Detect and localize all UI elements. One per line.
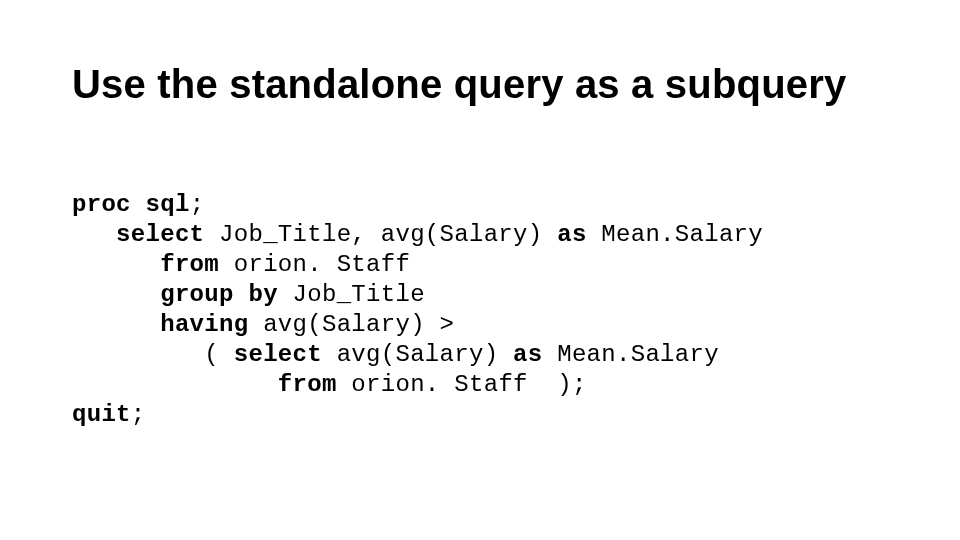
code-text: avg(Salary) > [248,311,454,338]
kw-proc-sql: proc sql [72,191,190,218]
kw-group-by: group by [160,281,278,308]
code-text: Mean.Salary [543,341,719,368]
code-indent [72,371,278,398]
kw-select: select [234,341,322,368]
kw-having: having [160,311,248,338]
slide-title: Use the standalone query as a subquery [72,62,847,107]
code-text: Job_Title, avg(Salary) [204,221,557,248]
code-indent [72,221,116,248]
kw-as: as [513,341,542,368]
kw-from: from [160,251,219,278]
code-block: proc sql; select Job_Title, avg(Salary) … [72,190,763,430]
code-text: avg(Salary) [322,341,513,368]
code-indent [72,281,160,308]
code-text: orion. Staff [219,251,410,278]
code-indent: ( [72,341,234,368]
code-text: orion. Staff ); [337,371,587,398]
kw-from: from [278,371,337,398]
code-text: Mean.Salary [587,221,763,248]
slide: Use the standalone query as a subquery p… [0,0,960,540]
kw-as: as [557,221,586,248]
code-text: ; [190,191,205,218]
code-indent [72,311,160,338]
kw-select: select [116,221,204,248]
code-indent [72,251,160,278]
kw-quit: quit [72,401,131,428]
code-text: Job_Title [278,281,425,308]
code-text: ; [131,401,146,428]
